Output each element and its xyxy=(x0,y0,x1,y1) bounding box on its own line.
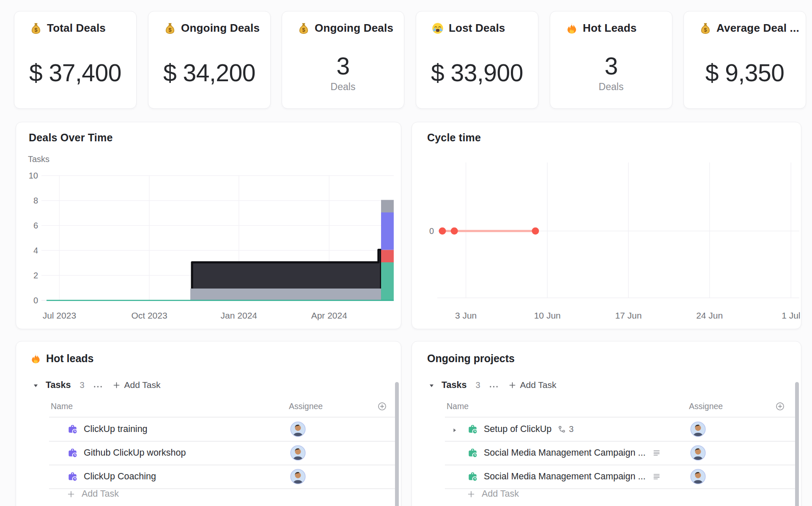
svg-text:0: 0 xyxy=(33,296,38,305)
stat-card-value: $ 34,200 xyxy=(148,59,270,87)
task-row[interactable]: Setup of ClickUp 3 xyxy=(412,418,796,441)
task-row[interactable]: Github ClickUp workshop xyxy=(16,441,396,465)
description-icon[interactable] xyxy=(653,473,661,481)
task-name[interactable]: ClickUp training xyxy=(84,424,148,434)
task-name[interactable]: Social Media Management Campaign ... xyxy=(484,448,645,458)
cycle-time-chart: 03 Jun10 Jun17 Jun24 Jun1 Jul xyxy=(412,122,801,329)
task-type-icon[interactable] xyxy=(67,447,78,459)
svg-text:24 Jun: 24 Jun xyxy=(696,311,723,320)
svg-text:0: 0 xyxy=(429,226,434,236)
add-task-label: Add Task xyxy=(482,489,519,499)
plus-icon xyxy=(508,381,516,389)
task-name[interactable]: Setup of ClickUp xyxy=(484,424,551,434)
task-type-icon[interactable] xyxy=(467,471,478,482)
task-row[interactable]: ClickUp Coaching xyxy=(16,465,396,488)
stat-card-title: Total Deals xyxy=(47,22,106,35)
stat-card-value: $ 33,900 xyxy=(416,59,538,87)
subtask-icon[interactable] xyxy=(558,425,566,434)
avatar[interactable] xyxy=(690,469,706,484)
stat-card-average-deal: $Average Deal ... $ 9,350 xyxy=(683,11,806,109)
task-group-header: Tasks 3 Add Task xyxy=(33,379,161,391)
collapse-icon[interactable] xyxy=(33,382,38,388)
stat-card-title: Hot Leads xyxy=(583,22,636,35)
task-name[interactable]: ClickUp Coaching xyxy=(84,471,156,482)
deals-over-time-card: Deals Over Time Tasks 0246810Jul 2023Oct… xyxy=(16,122,401,329)
avatar[interactable] xyxy=(690,421,706,437)
group-name[interactable]: Tasks xyxy=(442,380,466,390)
add-column-icon[interactable] xyxy=(776,402,785,411)
stat-card-title: Lost Deals xyxy=(449,22,505,35)
plus-icon xyxy=(112,381,121,389)
avatar[interactable] xyxy=(690,445,706,461)
svg-text:2: 2 xyxy=(33,271,38,280)
svg-text:10: 10 xyxy=(29,171,38,180)
stat-card-value: 3 xyxy=(282,52,404,80)
column-name: Name xyxy=(447,402,469,411)
money-bag-icon: $ xyxy=(297,22,310,35)
add-task-label: Add Task xyxy=(124,380,161,390)
add-task-button[interactable]: Add Task xyxy=(112,380,161,390)
column-assignee: Assignee xyxy=(289,402,323,411)
task-count: 3 xyxy=(80,380,84,390)
scrollbar[interactable] xyxy=(795,382,799,506)
stat-card-value: $ 9,350 xyxy=(684,59,806,87)
add-task-label: Add Task xyxy=(520,380,557,390)
stat-card-title: Average Deal ... xyxy=(716,22,799,35)
collapse-icon[interactable] xyxy=(429,382,434,388)
task-row[interactable]: Social Media Management Campaign ... xyxy=(412,465,796,488)
column-assignee: Assignee xyxy=(689,402,723,411)
task-type-icon[interactable] xyxy=(467,447,478,459)
plus-icon xyxy=(467,490,475,498)
money-bag-icon: $ xyxy=(699,22,712,35)
expand-icon[interactable] xyxy=(452,427,457,432)
task-row[interactable]: Social Media Management Campaign ... xyxy=(412,441,796,465)
svg-text:Apr 2024: Apr 2024 xyxy=(311,311,348,320)
task-row[interactable]: ClickUp training xyxy=(16,418,396,441)
group-name[interactable]: Tasks xyxy=(46,380,71,390)
stat-card-total-deals: $Total Deals $ 37,400 xyxy=(14,11,137,109)
task-name[interactable]: Github ClickUp workshop xyxy=(84,448,186,458)
add-task-footer-button[interactable]: Add Task xyxy=(67,489,119,499)
stat-card-ongoing-deals-value: $Ongoing Deals $ 34,200 xyxy=(148,11,271,109)
fire-icon xyxy=(565,22,578,35)
svg-text:$: $ xyxy=(168,27,171,33)
add-column-icon[interactable] xyxy=(378,402,387,411)
subtask-count: 3 xyxy=(569,424,573,434)
task-group-header: Tasks 3 Add Task xyxy=(429,379,557,391)
hot-leads-card: Hot leads Tasks 3 Add Task Name Assignee… xyxy=(16,341,401,506)
stat-card-ongoing-deals-count: $Ongoing Deals 3 Deals xyxy=(282,11,404,109)
scrollbar[interactable] xyxy=(395,382,399,506)
svg-text:$: $ xyxy=(704,27,707,33)
svg-text:10 Jun: 10 Jun xyxy=(534,311,561,320)
column-header: Name Assignee xyxy=(412,402,801,412)
money-bag-icon: $ xyxy=(164,22,176,35)
add-task-label: Add Task xyxy=(82,489,119,499)
avatar[interactable] xyxy=(290,421,306,437)
description-icon[interactable] xyxy=(653,449,661,457)
stat-card-sublabel: Deals xyxy=(282,81,404,93)
add-task-button[interactable]: Add Task xyxy=(508,380,557,390)
plus-icon xyxy=(67,490,75,498)
more-options-icon[interactable] xyxy=(489,383,499,387)
task-name[interactable]: Social Media Management Campaign ... xyxy=(484,471,645,482)
ongoing-projects-card: Ongoing projects Tasks 3 Add Task Name A… xyxy=(411,341,801,506)
svg-text:Oct 2023: Oct 2023 xyxy=(131,311,167,320)
avatar[interactable] xyxy=(290,469,306,484)
column-name: Name xyxy=(51,402,73,411)
task-type-icon[interactable] xyxy=(467,424,478,435)
stat-card-title: Ongoing Deals xyxy=(181,22,260,35)
list-title: Ongoing projects xyxy=(427,352,515,365)
task-type-icon[interactable] xyxy=(67,471,78,482)
add-task-footer-button[interactable]: Add Task xyxy=(467,489,519,499)
task-type-icon[interactable] xyxy=(67,424,78,435)
svg-text:Jul 2023: Jul 2023 xyxy=(43,311,76,320)
deals-over-time-chart: 0246810Jul 2023Oct 2023Jan 2024Apr 2024 xyxy=(16,122,401,329)
column-header: Name Assignee xyxy=(16,402,401,412)
stat-card-hot-leads: Hot Leads 3 Deals xyxy=(550,11,672,109)
money-bag-icon: $ xyxy=(30,22,42,35)
more-options-icon[interactable] xyxy=(93,383,103,387)
avatar[interactable] xyxy=(290,445,306,461)
crying-face-icon xyxy=(431,22,444,35)
svg-text:4: 4 xyxy=(33,246,38,255)
stat-card-lost-deals: Lost Deals $ 33,900 xyxy=(416,11,538,109)
